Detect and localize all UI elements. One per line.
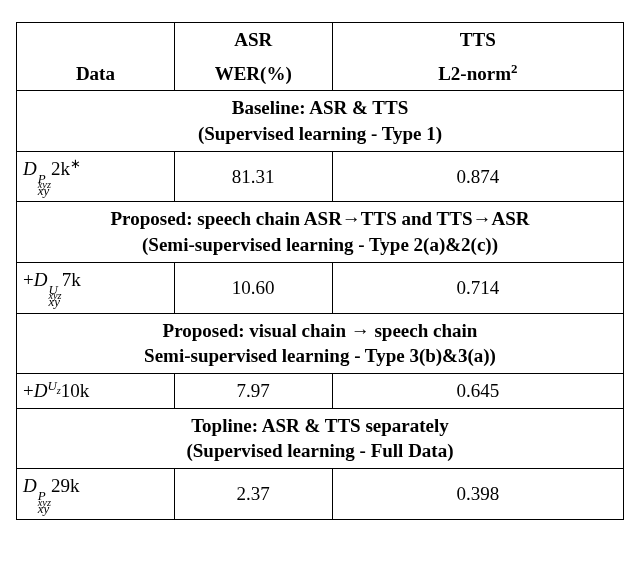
table-row: +DUz10k7.970.645	[17, 373, 624, 408]
cell-data: DPxyzxy29k	[17, 468, 175, 519]
section-header: Proposed: speech chain ASR→TTS and TTS→A…	[17, 202, 624, 262]
table-row: DPxyzxy2k∗81.310.874	[17, 151, 624, 202]
section-header: Topline: ASR & TTS separately(Supervised…	[17, 408, 624, 468]
header-asr-line2: WER(%)	[174, 57, 332, 91]
section-header-line1: Proposed: speech chain ASR→TTS and TTS→A…	[23, 206, 617, 232]
cell-asr: 81.31	[174, 151, 332, 202]
section-header-line2: (Supervised learning - Type 1)	[23, 121, 617, 147]
cell-tts: 0.645	[332, 373, 623, 408]
results-table: DataASRTTSWER(%)L2-norm2Baseline: ASR & …	[16, 22, 624, 520]
cell-asr: 10.60	[174, 262, 332, 313]
header-asr-line1: ASR	[174, 23, 332, 57]
cell-asr: 2.37	[174, 468, 332, 519]
cell-tts: 0.714	[332, 262, 623, 313]
section-header: Proposed: visual chain → speech chainSem…	[17, 313, 624, 373]
header-tts-line2: L2-norm2	[332, 57, 623, 91]
section-header: Baseline: ASR & TTS(Supervised learning …	[17, 91, 624, 151]
section-header-line1: Proposed: visual chain → speech chain	[23, 318, 617, 344]
section-header-line2: (Semi-supervised learning - Type 2(a)&2(…	[23, 232, 617, 258]
section-header-line2: (Supervised learning - Full Data)	[23, 438, 617, 464]
header-data: Data	[17, 23, 175, 91]
table-row: DPxyzxy29k2.370.398	[17, 468, 624, 519]
cell-tts: 0.398	[332, 468, 623, 519]
cell-data: DPxyzxy2k∗	[17, 151, 175, 202]
cell-asr: 7.97	[174, 373, 332, 408]
cell-tts: 0.874	[332, 151, 623, 202]
section-header-line1: Baseline: ASR & TTS	[23, 95, 617, 121]
table-row: +DUxyzxy7k10.600.714	[17, 262, 624, 313]
section-header-line2: Semi-supervised learning - Type 3(b)&3(a…	[23, 343, 617, 369]
cell-data: +DUz10k	[17, 373, 175, 408]
header-tts-line1: TTS	[332, 23, 623, 57]
section-header-line1: Topline: ASR & TTS separately	[23, 413, 617, 439]
cell-data: +DUxyzxy7k	[17, 262, 175, 313]
